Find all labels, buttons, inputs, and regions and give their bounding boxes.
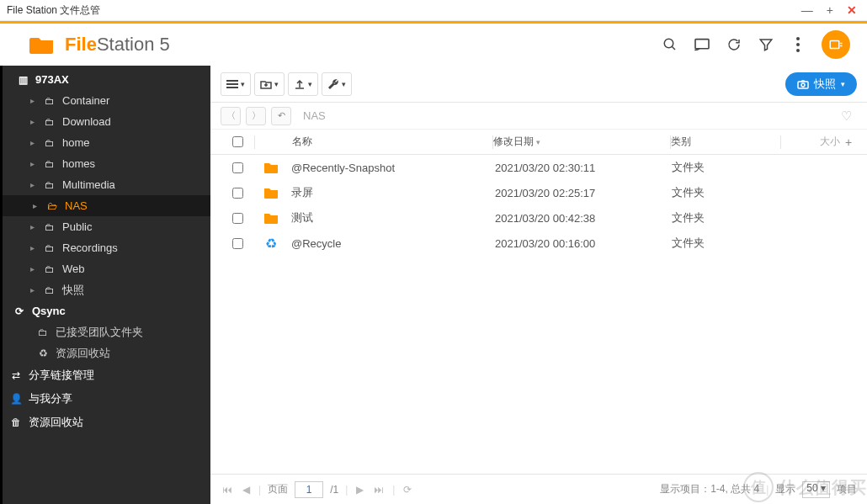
tools-button[interactable]: ▾ <box>322 72 352 96</box>
table-row[interactable]: 测试2021/03/20 00:42:38文件夹 <box>210 205 867 231</box>
add-column-button[interactable]: + <box>840 135 857 149</box>
sidebar-item-label: 快照 <box>62 283 84 298</box>
search-icon[interactable] <box>662 36 678 53</box>
cell-date: 2021/03/20 00:16:00 <box>495 237 672 250</box>
refresh-icon[interactable] <box>726 36 742 53</box>
remote-mount-button[interactable] <box>822 30 850 59</box>
cell-name: 录屏 <box>288 185 495 200</box>
window-title: File Station 文件总管 <box>7 3 798 18</box>
folder-icon: 🗀 <box>44 158 56 170</box>
folder-icon: 🗀 <box>44 284 56 296</box>
upload-button[interactable]: ▾ <box>288 72 318 96</box>
folder-icon: 🗀 <box>44 242 56 254</box>
caret-icon: ▸ <box>30 180 37 189</box>
cell-name: @Recently-Snapshot <box>288 162 495 174</box>
next-page-button[interactable]: ▶ <box>354 484 365 496</box>
refresh-page-button[interactable]: ⟳ <box>402 484 413 496</box>
row-checkbox[interactable] <box>232 238 243 249</box>
sidebar-item-multimedia[interactable]: ▸🗀Multimedia <box>0 174 210 195</box>
caret-icon: ▸ <box>30 243 37 252</box>
file-table-header: 名称 修改日期 ▾ 类别 大小 + <box>210 130 867 155</box>
folder-icon: 🗀 <box>44 116 56 128</box>
nav-forward-button[interactable]: 〉 <box>246 107 266 125</box>
sidebar-item-web[interactable]: ▸🗀Web <box>0 258 210 279</box>
sidebar-qsync-item[interactable]: ♻资源回收站 <box>0 342 210 363</box>
sidebar-section[interactable]: 🗑资源回收站 <box>0 411 210 434</box>
sidebar-item-homes[interactable]: ▸🗀homes <box>0 153 210 174</box>
folder-icon <box>254 212 288 224</box>
close-button[interactable]: ✕ <box>843 3 860 17</box>
sidebar-item-label: Public <box>62 220 92 233</box>
svg-rect-12 <box>798 82 808 88</box>
sidebar-section[interactable]: 👤与我分享 <box>0 387 210 411</box>
window-buttons: — + ✕ <box>798 3 860 17</box>
folder-icon: 🗀 <box>44 179 56 191</box>
svg-line-1 <box>672 46 675 50</box>
app-logo: FileStation 5 <box>29 34 170 56</box>
toolbar: ▾ ▾ ▾ ▾ 快照 ▾ <box>210 66 867 103</box>
folder-logo-icon <box>29 34 55 55</box>
qsync-icon: ⟳ <box>13 305 25 317</box>
column-date[interactable]: 修改日期 ▾ <box>493 135 670 149</box>
column-name[interactable]: 名称 <box>289 135 492 149</box>
table-row[interactable]: ♻@Recycle2021/03/20 00:16:00文件夹 <box>210 231 867 256</box>
svg-rect-8 <box>226 83 238 85</box>
section-label: 与我分享 <box>29 391 72 406</box>
sidebar-item-label: Container <box>62 94 109 107</box>
table-row[interactable]: 录屏2021/03/20 02:25:17文件夹 <box>210 180 867 205</box>
sidebar-root[interactable]: ▥ 973AX <box>0 69 210 90</box>
maximize-button[interactable]: + <box>823 3 837 17</box>
section-icon: 🗑 <box>10 416 22 428</box>
section-icon: 👤 <box>10 393 22 405</box>
sidebar-item-label: Recordings <box>62 241 118 254</box>
recycle-icon: ♻ <box>254 236 288 252</box>
more-icon[interactable] <box>790 36 806 53</box>
sidebar-item-home[interactable]: ▸🗀home <box>0 132 210 153</box>
cast-icon[interactable] <box>694 36 710 53</box>
last-page-button[interactable]: ⏭ <box>372 484 386 496</box>
select-all-checkbox[interactable] <box>232 136 243 147</box>
sidebar-item-label: homes <box>62 157 95 170</box>
prev-page-button[interactable]: ◀ <box>241 484 252 496</box>
create-button[interactable]: ▾ <box>254 72 285 96</box>
favorite-icon[interactable]: ♡ <box>841 109 852 124</box>
svg-point-3 <box>796 37 800 40</box>
nav-undo-button[interactable]: ↶ <box>271 107 291 125</box>
sidebar-qsync-item[interactable]: 🗀已接受团队文件夹 <box>0 321 210 342</box>
sidebar-item-recordings[interactable]: ▸🗀Recordings <box>0 237 210 258</box>
column-size[interactable]: 大小 <box>781 135 840 149</box>
sidebar-section[interactable]: ⇄分享链接管理 <box>0 363 210 387</box>
caret-icon: ▸ <box>30 138 37 147</box>
file-list: @Recently-Snapshot2021/03/20 02:30:11文件夹… <box>210 155 867 474</box>
row-checkbox[interactable] <box>232 188 243 199</box>
nav-back-button[interactable]: 〈 <box>221 107 241 125</box>
column-type[interactable]: 类别 <box>671 135 780 149</box>
svg-rect-9 <box>226 87 238 88</box>
folder-icon: ♻ <box>37 347 49 359</box>
sidebar-item-download[interactable]: ▸🗀Download <box>0 111 210 132</box>
filter-icon[interactable] <box>758 36 774 53</box>
table-row[interactable]: @Recently-Snapshot2021/03/20 02:30:11文件夹 <box>210 155 867 180</box>
sidebar-item-public[interactable]: ▸🗀Public <box>0 216 210 237</box>
sidebar-item-label: home <box>62 136 90 149</box>
view-mode-button[interactable]: ▾ <box>221 72 251 96</box>
minimize-button[interactable]: — <box>798 3 816 17</box>
sidebar-item-nas[interactable]: ▸🗁NAS <box>0 195 210 216</box>
sidebar-item-container[interactable]: ▸🗀Container <box>0 90 210 111</box>
sidebar-item-label: Download <box>62 115 111 128</box>
page-size-select[interactable]: 50 ▾ <box>802 481 830 498</box>
page-input[interactable] <box>295 481 323 498</box>
breadcrumb-path[interactable]: NAS <box>303 109 326 122</box>
sidebar-item-快照[interactable]: ▸🗀快照 <box>0 279 210 300</box>
row-checkbox[interactable] <box>232 162 243 173</box>
cell-date: 2021/03/20 02:30:11 <box>495 162 672 174</box>
sidebar-qsync[interactable]: ⟳ Qsync <box>0 300 210 321</box>
section-icon: ⇄ <box>10 369 22 381</box>
caret-icon: ▸ <box>30 222 37 231</box>
pagination-footer: ⏮ ◀ | 页面 /1 | ▶ ⏭ | ⟳ 显示项目：1-4, 总共 4 | 显… <box>210 474 867 504</box>
caret-icon: ▸ <box>30 285 37 294</box>
folder-icon: 🗁 <box>46 200 58 212</box>
row-checkbox[interactable] <box>232 213 243 224</box>
first-page-button[interactable]: ⏮ <box>221 484 234 496</box>
snapshot-button[interactable]: 快照 ▾ <box>785 72 857 96</box>
